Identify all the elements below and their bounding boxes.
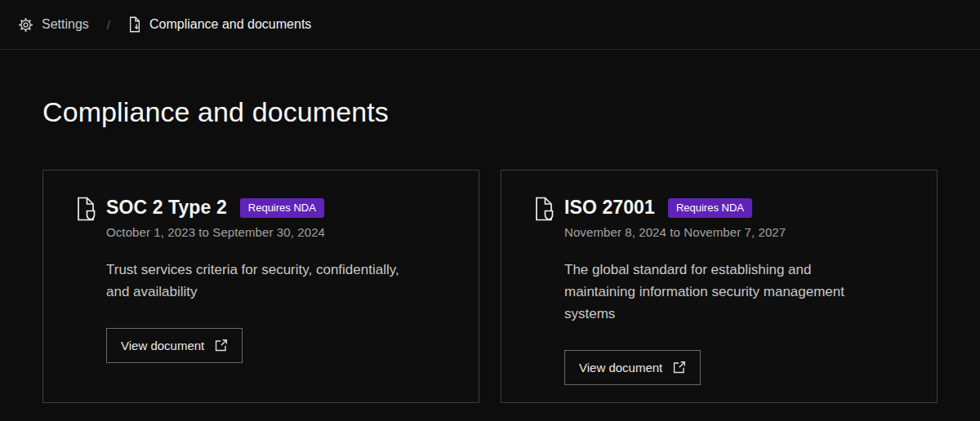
- card-description: The global standard for establishing and…: [564, 259, 844, 325]
- breadcrumb: Settings / Compliance and documents: [18, 16, 311, 33]
- document-shield-icon: [534, 197, 554, 221]
- view-document-label: View document: [579, 361, 662, 374]
- view-document-button[interactable]: View document: [564, 350, 701, 385]
- card-title: SOC 2 Type 2: [106, 197, 227, 219]
- requires-nda-badge: Requires NDA: [240, 198, 324, 218]
- document-download-icon: [128, 16, 141, 33]
- compliance-card-iso27001: ISO 27001 Requires NDA November 8, 2024 …: [501, 170, 938, 403]
- requires-nda-badge: Requires NDA: [668, 198, 752, 218]
- view-document-label: View document: [121, 339, 204, 352]
- view-document-button[interactable]: View document: [106, 328, 243, 363]
- card-title: ISO 27001: [564, 197, 655, 219]
- breadcrumb-settings-label: Settings: [42, 17, 89, 32]
- main-content: Compliance and documents SOC 2 Type 2 Re…: [0, 96, 980, 403]
- compliance-card-soc2: SOC 2 Type 2 Requires NDA October 1, 202…: [42, 170, 479, 403]
- card-date-range: October 1, 2023 to September 30, 2024: [106, 225, 325, 239]
- page-title: Compliance and documents: [42, 96, 938, 128]
- card-date-range: November 8, 2024 to November 7, 2027: [564, 225, 786, 239]
- breadcrumb-separator: /: [107, 18, 110, 32]
- gear-icon: [18, 17, 33, 33]
- breadcrumb-item-current: Compliance and documents: [128, 16, 311, 33]
- launch-icon: [672, 361, 686, 374]
- launch-icon: [214, 339, 228, 352]
- card-description: Trust services criteria for security, co…: [106, 259, 399, 303]
- top-bar: Settings / Compliance and documents: [0, 0, 980, 50]
- compliance-cards: SOC 2 Type 2 Requires NDA October 1, 202…: [42, 170, 938, 403]
- breadcrumb-current-label: Compliance and documents: [149, 17, 311, 32]
- document-shield-icon: [76, 197, 96, 221]
- breadcrumb-item-settings[interactable]: Settings: [18, 17, 89, 33]
